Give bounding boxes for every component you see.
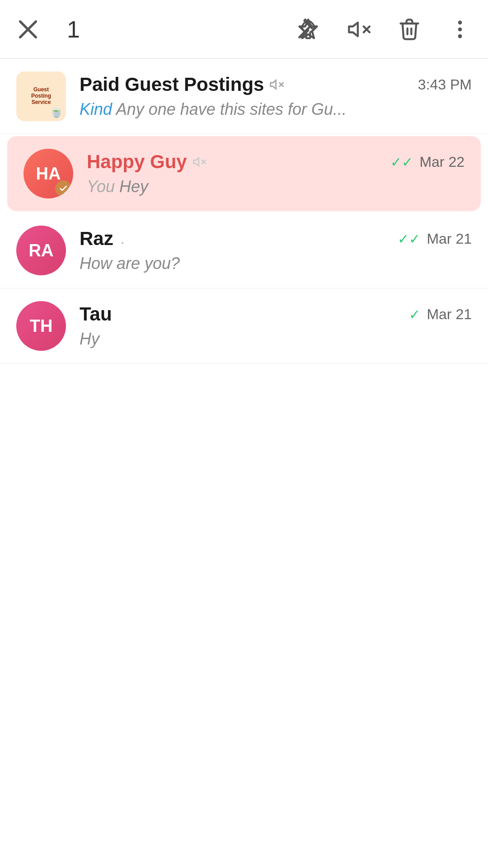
svg-marker-14	[193, 158, 198, 166]
coffee-icon: 🍵	[50, 105, 63, 118]
avatar: TH	[16, 301, 66, 351]
chat-header: Paid Guest Postings 3:43 PM	[80, 74, 472, 95]
svg-point-8	[458, 20, 462, 24]
double-check-icon: ✓✓	[390, 154, 413, 170]
chat-content: Tau ✓ Mar 21 Hy	[80, 303, 472, 349]
selected-badge	[55, 180, 71, 197]
chat-time: Mar 21	[427, 306, 472, 323]
selection-count: 1	[67, 16, 80, 43]
chat-list: GuestPostingService 🍵 Paid Guest Posting…	[0, 59, 488, 364]
chat-preview: Kind Any one have this sites for Gu...	[80, 100, 472, 119]
chat-content: Paid Guest Postings 3:43 PM Kind Any one…	[80, 74, 472, 119]
close-button[interactable]	[16, 18, 40, 41]
chat-name: Happy Guy	[87, 151, 206, 173]
delete-button[interactable]	[398, 18, 421, 41]
chat-item[interactable]: RA Raz . ✓✓ Mar 21 How are you?	[0, 213, 488, 288]
time-with-check: ✓ Mar 21	[409, 306, 472, 323]
avatar: HA	[23, 149, 73, 198]
double-check-icon: ✓✓	[398, 231, 420, 247]
chat-header: Tau ✓ Mar 21	[80, 303, 472, 325]
chat-content: Raz . ✓✓ Mar 21 How are you?	[80, 228, 472, 273]
chat-content: Happy Guy ✓✓ Mar 22 You Hey	[87, 151, 465, 196]
svg-point-9	[458, 27, 462, 31]
chat-item[interactable]: HA Happy Guy ✓✓ Mar 22	[7, 136, 481, 211]
top-bar: 1	[0, 0, 488, 59]
time-with-check: ✓✓ Mar 22	[390, 154, 465, 170]
chat-header: Raz . ✓✓ Mar 21	[80, 228, 472, 250]
chat-header: Happy Guy ✓✓ Mar 22	[87, 151, 465, 173]
chat-time: 3:43 PM	[418, 76, 472, 93]
avatar: GuestPostingService 🍵	[16, 71, 66, 121]
chat-item[interactable]: GuestPostingService 🍵 Paid Guest Posting…	[0, 59, 488, 134]
chat-preview: You Hey	[87, 177, 465, 196]
svg-point-10	[458, 34, 462, 38]
chat-preview: How are you?	[80, 254, 472, 273]
chat-item[interactable]: TH Tau ✓ Mar 21 Hy	[0, 288, 488, 364]
chat-time: Mar 22	[419, 154, 465, 170]
svg-marker-11	[271, 80, 276, 89]
time-with-check: ✓✓ Mar 21	[398, 231, 472, 247]
muted-icon	[269, 77, 284, 92]
top-bar-left: 1	[16, 16, 80, 43]
single-check-icon: ✓	[409, 307, 420, 322]
chat-name: Raz .	[80, 228, 125, 250]
svg-marker-3	[349, 22, 358, 36]
more-button[interactable]	[448, 18, 472, 41]
chat-name: Paid Guest Postings	[80, 74, 284, 95]
muted-icon	[192, 155, 206, 169]
chat-name: Tau	[80, 303, 112, 325]
chat-preview: Hy	[80, 330, 472, 349]
pin-button[interactable]	[296, 18, 320, 41]
mute-button[interactable]	[347, 18, 371, 41]
avatar: RA	[16, 226, 66, 275]
top-bar-right	[296, 18, 472, 41]
chat-time: Mar 21	[427, 231, 472, 247]
